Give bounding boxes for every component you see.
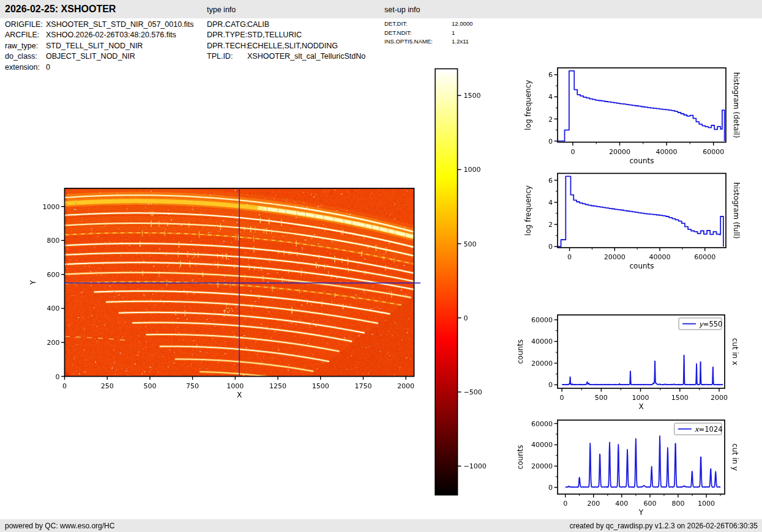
y-tick-label: 0 — [548, 138, 553, 146]
x-tick-label: 200 — [587, 500, 600, 508]
histogram_full-plot: 02000040000600000246countslog frequencyh… — [524, 174, 741, 271]
y-tick-label: 20000 — [531, 462, 553, 470]
y-tick-label: 40000 — [531, 338, 553, 345]
x-axis-label: X — [638, 402, 643, 411]
y-axis-label: counts — [516, 339, 525, 364]
x-axis-label: X — [237, 391, 242, 399]
figure-svg: 0250500750100012501500175020000200400600… — [0, 0, 762, 532]
colorbar-tick-label: −1000 — [464, 462, 487, 470]
x-tick-label: 60000 — [703, 148, 724, 156]
colorbar-tick-label: 0 — [464, 314, 468, 322]
y-tick-label: 600 — [47, 271, 60, 279]
right-axis-label: histogram (full) — [732, 182, 741, 239]
footer-right-text: created by qc_rawdisp.py v1.2.3 on 2026-… — [569, 522, 758, 530]
axes-frame — [558, 174, 726, 248]
y-axis-label: counts — [516, 445, 525, 469]
y-tick-label: 20000 — [531, 360, 553, 368]
x-axis-label: counts — [629, 157, 654, 165]
y-tick-label: 6 — [548, 177, 553, 185]
legend-label: x=1024 — [695, 425, 723, 434]
x-tick-label: 250 — [101, 382, 114, 390]
colorbar: 150010005000−500−1000 — [435, 69, 487, 495]
x-tick-label: 40000 — [656, 148, 678, 156]
x-tick-label: 0 — [560, 394, 564, 402]
colorbar-tick-label: −500 — [464, 388, 482, 396]
x-tick-label: 20000 — [604, 253, 626, 261]
axes-frame — [558, 68, 726, 142]
y-tick-label: 40000 — [531, 441, 553, 449]
raw_image-plot: 0250500750100012501500175020000200400600… — [29, 188, 415, 399]
x-tick-label: 1000 — [226, 382, 244, 390]
y-tick-label: 4 — [548, 199, 553, 207]
x-tick-label: 600 — [643, 500, 656, 508]
y-tick-label: 60000 — [531, 316, 553, 324]
x-tick-label: 0 — [62, 382, 67, 390]
x-axis-label: counts — [629, 262, 654, 270]
histogram_detail-plot: 02000040000600000246countslog frequencyh… — [524, 68, 741, 165]
x-tick-label: 60000 — [694, 253, 715, 261]
y-tick-label: 800 — [47, 237, 60, 245]
x-tick-label: 1500 — [312, 382, 329, 390]
cut_y-plot: 020040060080010000200004000060000Ycounts… — [516, 420, 739, 517]
legend-label: y=550 — [699, 320, 722, 328]
cut_x-series-line — [562, 355, 723, 385]
x-tick-label: 0 — [567, 253, 572, 261]
colorbar-tick-label: 1500 — [464, 92, 481, 100]
y-tick-label: 6 — [548, 71, 553, 79]
cut_y-series-line — [566, 436, 720, 487]
x-tick-label: 2000 — [711, 394, 728, 402]
footer-left-text: powered by QC: www.eso.org/HC — [5, 522, 114, 530]
y-tick-label: 2 — [548, 221, 553, 229]
x-tick-label: 800 — [671, 500, 684, 508]
qc-report-page: 2026-02-25: XSHOOTER type info set-up in… — [0, 0, 762, 532]
colorbar-tick-label: 500 — [464, 240, 477, 248]
right-axis-label: histogram (detail) — [732, 72, 741, 138]
x-tick-label: 40000 — [649, 253, 670, 261]
y-tick-label: 4 — [548, 93, 553, 101]
y-tick-label: 1000 — [43, 203, 60, 211]
y-axis-label: Y — [29, 279, 37, 285]
y-tick-label: 200 — [47, 339, 60, 347]
x-tick-label: 1500 — [671, 394, 689, 402]
y-tick-label: 60000 — [531, 420, 553, 428]
x-tick-label: 20000 — [609, 148, 630, 156]
colorbar-gradient — [435, 69, 458, 495]
right-axis-label: cut in y — [731, 443, 739, 471]
x-tick-label: 500 — [595, 394, 608, 402]
x-tick-label: 1750 — [354, 382, 372, 390]
x-tick-label: 750 — [186, 382, 199, 390]
x-tick-label: 500 — [143, 382, 156, 390]
x-tick-label: 400 — [615, 500, 628, 508]
histogram_full-series-line — [558, 176, 723, 246]
x-tick-label: 0 — [570, 148, 575, 156]
x-tick-label: 1000 — [632, 394, 649, 402]
x-tick-label: 2000 — [397, 382, 414, 390]
y-tick-label: 0 — [548, 484, 553, 492]
right-axis-label: cut in x — [731, 338, 739, 366]
y-axis-label: log frequency — [524, 185, 532, 235]
y-tick-label: 2 — [548, 116, 553, 124]
y-tick-label: 0 — [548, 381, 553, 389]
y-tick-label: 400 — [47, 305, 60, 312]
y-axis-label: log frequency — [524, 80, 532, 130]
x-tick-label: 0 — [563, 500, 567, 508]
y-tick-label: 0 — [548, 243, 553, 251]
x-tick-label: 1250 — [269, 382, 286, 390]
x-axis-label: Y — [638, 508, 644, 517]
colorbar-tick-label: 1000 — [464, 166, 481, 174]
histogram_detail-series-line — [558, 71, 724, 141]
cut_x-plot: 05001000150020000200004000060000Xcountsc… — [516, 315, 739, 411]
x-tick-label: 1000 — [698, 500, 715, 508]
y-tick-label: 0 — [56, 373, 60, 381]
